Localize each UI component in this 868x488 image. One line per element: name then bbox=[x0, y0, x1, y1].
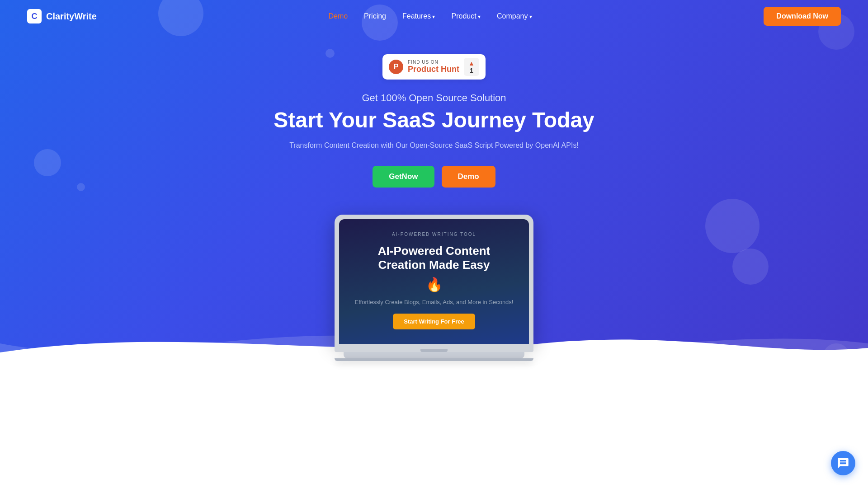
nav-item-company[interactable]: Company bbox=[497, 12, 532, 20]
product-hunt-badge[interactable]: P FIND US ON Product Hunt ▲ 1 bbox=[382, 54, 486, 80]
laptop-base bbox=[335, 344, 533, 352]
nav-link-company[interactable]: Company bbox=[497, 12, 532, 20]
laptop-mockup: AI-POWERED WRITING TOOL AI-Powered Conte… bbox=[335, 215, 533, 361]
download-now-button[interactable]: Download Now bbox=[764, 7, 841, 26]
deco-circle-7 bbox=[705, 199, 760, 253]
logo-icon: C bbox=[27, 9, 42, 23]
hero-description: Transform Content Creation with Our Open… bbox=[289, 141, 579, 150]
screen-description: Effortlessly Create Blogs, Emails, Ads, … bbox=[355, 299, 514, 305]
nav-item-demo[interactable]: Demo bbox=[328, 12, 348, 20]
deco-circle-5 bbox=[77, 183, 85, 191]
laptop-screen-outer: AI-POWERED WRITING TOOL AI-Powered Conte… bbox=[335, 215, 533, 344]
demo-button[interactable]: Demo bbox=[442, 166, 495, 188]
deco-circle-3 bbox=[326, 49, 335, 58]
nav-item-pricing[interactable]: Pricing bbox=[364, 12, 386, 20]
hero-subtitle: Get 100% Open Source Solution bbox=[362, 92, 506, 104]
screen-emoji: 🔥 bbox=[426, 277, 443, 292]
screen-title-line1: AI-Powered Content bbox=[378, 244, 490, 258]
nav-links: Demo Pricing Features Product Company bbox=[328, 12, 532, 20]
screen-tag: AI-POWERED WRITING TOOL bbox=[392, 232, 476, 237]
screen-title-line2: Creation Made Easy bbox=[378, 258, 490, 272]
laptop-foot bbox=[344, 352, 524, 358]
deco-circle-8 bbox=[732, 249, 769, 285]
screen-cta-button[interactable]: Start Writing For Free bbox=[393, 314, 475, 329]
product-hunt-count-box: ▲ 1 bbox=[464, 58, 479, 76]
hero-section: P FIND US ON Product Hunt ▲ 1 Get 100% O… bbox=[0, 0, 868, 371]
logo-link[interactable]: C ClarityWrite bbox=[27, 9, 97, 23]
logo-text: ClarityWrite bbox=[46, 11, 97, 22]
nav-item-features[interactable]: Features bbox=[402, 12, 435, 20]
nav-link-product[interactable]: Product bbox=[452, 12, 481, 20]
laptop-notch bbox=[420, 349, 448, 352]
product-hunt-logo: P bbox=[389, 60, 403, 74]
chat-icon bbox=[837, 457, 849, 461]
product-hunt-text: FIND US ON Product Hunt bbox=[408, 60, 459, 74]
product-hunt-count: 1 bbox=[470, 67, 473, 74]
laptop-screen-inner: AI-POWERED WRITING TOOL AI-Powered Conte… bbox=[339, 219, 529, 344]
nav-link-demo[interactable]: Demo bbox=[328, 12, 348, 20]
below-hero bbox=[0, 371, 868, 461]
product-hunt-name: Product Hunt bbox=[408, 65, 459, 74]
deco-circle-4 bbox=[34, 149, 61, 176]
nav-item-product[interactable]: Product bbox=[452, 12, 481, 20]
product-hunt-find-label: FIND US ON bbox=[408, 60, 459, 65]
laptop-bottom bbox=[335, 358, 533, 361]
get-now-button[interactable]: GetNow bbox=[373, 166, 434, 188]
cta-buttons: GetNow Demo bbox=[373, 166, 495, 188]
product-hunt-arrow: ▲ bbox=[468, 60, 475, 67]
screen-title: AI-Powered Content Creation Made Easy bbox=[378, 244, 490, 272]
nav-link-pricing[interactable]: Pricing bbox=[364, 12, 386, 20]
hero-title: Start Your SaaS Journey Today bbox=[274, 108, 594, 132]
navbar: C ClarityWrite Demo Pricing Features Pro… bbox=[0, 0, 868, 33]
nav-link-features[interactable]: Features bbox=[402, 12, 435, 20]
laptop: AI-POWERED WRITING TOOL AI-Powered Conte… bbox=[335, 215, 533, 361]
